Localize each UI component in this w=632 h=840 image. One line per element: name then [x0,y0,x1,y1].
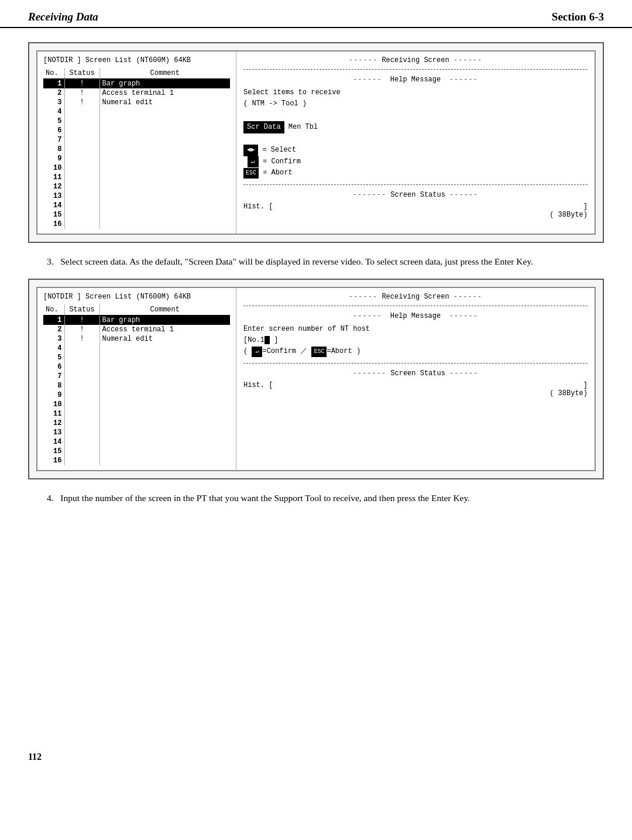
col-header-status-1: Status [64,68,99,79]
key-abort-1: ESC = Abort [243,167,588,179]
table-row: 1 ! Bar graph [43,79,230,89]
help-text-1: Select items to receive ( NTM -> Tool ) … [243,87,588,179]
col-header-status-2: Status [64,304,99,316]
enter-key-1: ↵ [248,156,259,168]
byte-label-2: ( 38Byte) [243,389,588,397]
page-body: [NOTDIR ] Screen List (NT600M) 64KB No. … [0,28,632,529]
table-row: 8 [43,381,230,390]
table-row: 3 ! Numeral edit [43,98,230,107]
screen-table-2: No. Status Comment 1 ! Bar graph 2 ! Acc… [43,304,230,465]
table-row: 11 [43,409,230,419]
table-row: 4 [43,107,230,116]
key-select-1: ◄► = Select [243,145,588,156]
screenshot-frame-1: [NOTDIR ] Screen List (NT600M) 64KB No. … [28,42,604,243]
step-3-text: 3. Select screen data. As the default, "… [47,255,604,269]
help-line3-2: ( ↵=Confirm ／ ESC=Abort ) [243,346,588,357]
scr-data-button-1[interactable]: Scr Data [243,121,284,133]
help-text-2: Enter screen number of NT host [No.1 ] (… [243,324,588,358]
receiving-screen-title-2: ------ Receiving Screen ------ [243,293,588,301]
table-row: 16 [43,456,230,465]
table-row: 10 [43,163,230,173]
hist-value-1: ] [583,203,588,211]
receiving-screen-title-1: ------ Receiving Screen ------ [243,56,588,64]
screen-status-2: ------- Screen Status ------ Hist. [ ] (… [243,367,588,400]
table-row: 1 ! Bar graph [43,315,230,325]
screenshot-frame-2: [NOTDIR ] Screen List (NT600M) 64KB No. … [28,279,604,479]
hist-value-2: ] [583,381,588,389]
esc-key-1: ESC [243,168,259,179]
table-row: 12 [43,182,230,191]
mem-tbl-label-1: Men Tbl [284,123,318,131]
screenshot-panel-1: [NOTDIR ] Screen List (NT600M) 64KB No. … [36,50,596,235]
screen-title-text-2: [NOTDIR ] Screen List (NT600M) 64KB [43,293,191,301]
table-row: 4 [43,344,230,353]
help-line1-2: Enter screen number of NT host [243,324,588,335]
table-row: 15 [43,210,230,220]
step-4-text: 4. Input the number of the screen in the… [47,491,604,506]
col-header-no-2: No. [43,304,64,316]
table-row: 7 [43,372,230,381]
screen-right-panel-2: ------ Receiving Screen ------ ------ He… [236,288,595,470]
status-title-1: ------- Screen Status ------ [243,191,588,199]
table-row: 10 [43,400,230,409]
table-row: 9 [43,154,230,163]
table-row: 11 [43,173,230,182]
cursor-block-2 [265,336,270,344]
col-header-comment-2: Comment [99,304,230,316]
table-row: 16 [43,220,230,229]
header-title-left: Receiving Data [28,11,98,23]
byte-label-1: ( 38Byte) [243,211,588,219]
table-row: 14 [43,201,230,210]
table-row: 5 [43,116,230,126]
screen-title-bar-1: [NOTDIR ] Screen List (NT600M) 64KB [43,56,230,64]
table-row: 3 ! Numeral edit [43,334,230,344]
col-header-no-1: No. [43,68,64,79]
help-title-2: ------ Help Message ------ [243,312,588,320]
table-row: 2 ! Access terminal 1 [43,325,230,334]
screen-table-1: No. Status Comment 1 ! Bar graph 2 ! Acc… [43,68,230,229]
table-row: 6 [43,362,230,372]
header-title-right: Section 6-3 [552,11,604,23]
enter-key-2: ↵ [252,347,262,357]
help-line2-2: [No.1 ] [243,335,588,346]
table-row: 7 [43,135,230,145]
help-section-1: ------ Help Message ------ Select items … [243,73,588,181]
screen-right-panel-1: ------ Receiving Screen ------ ------ He… [236,52,595,234]
page-header: Receiving Data Section 6-3 [0,0,632,28]
left-right-key-1: ◄► [243,145,258,156]
screen-title-bar-2: [NOTDIR ] Screen List (NT600M) 64KB [43,293,230,301]
help-keys-1: Scr Data Men Tbl [243,121,588,133]
help-line2-1: ( NTM -> Tool ) [243,98,588,109]
screen-list-panel-2: [NOTDIR ] Screen List (NT600M) 64KB No. … [37,288,236,470]
screen-status-1: ------- Screen Status ------ Hist. [ ] (… [243,188,588,221]
table-row: 8 [43,145,230,154]
table-row: 14 [43,437,230,447]
esc-key-2: ESC [311,347,327,357]
hist-label-2: Hist. [ [243,381,273,389]
key-confirm-1: ↵ = Confirm [243,156,588,168]
status-title-2: ------- Screen Status ------ [243,369,588,378]
help-title-1: ------ Help Message ------ [243,76,588,84]
screen-title-text-1: [NOTDIR ] Screen List (NT600M) 64KB [43,56,191,64]
table-row: 5 [43,353,230,362]
table-row: 15 [43,447,230,456]
table-row: 2 ! Access terminal 1 [43,88,230,98]
table-row: 13 [43,191,230,201]
table-row: 12 [43,419,230,428]
screenshot-panel-2: [NOTDIR ] Screen List (NT600M) 64KB No. … [36,287,596,471]
table-row: 13 [43,428,230,437]
page-number-bottom: 112 [28,752,42,762]
table-row: 9 [43,390,230,400]
help-section-2: ------ Help Message ------ Enter screen … [243,310,588,360]
screen-list-panel-1: [NOTDIR ] Screen List (NT600M) 64KB No. … [37,52,236,234]
hist-line-1: Hist. [ ] [243,203,588,211]
hist-label-1: Hist. [ [243,203,273,211]
hist-line-2: Hist. [ ] [243,381,588,389]
help-line1-1: Select items to receive [243,87,588,98]
table-row: 6 [43,126,230,135]
col-header-comment-1: Comment [99,68,230,79]
